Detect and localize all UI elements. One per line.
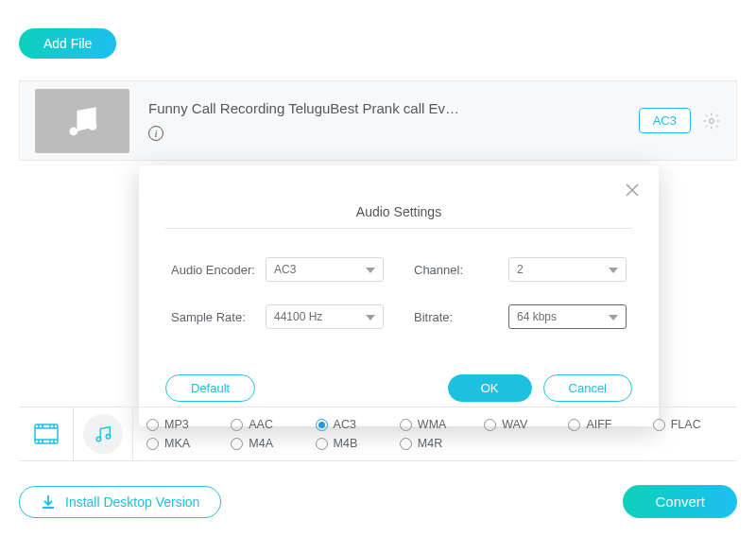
format-option-m4b[interactable]: M4B xyxy=(316,437,400,450)
format-option-m4a[interactable]: M4A xyxy=(231,437,315,450)
footer: Install Desktop Version Convert xyxy=(19,485,737,518)
close-icon[interactable] xyxy=(623,181,642,203)
svg-point-1 xyxy=(89,122,97,130)
format-option-mka[interactable]: MKA xyxy=(146,437,231,450)
format-label: MKA xyxy=(164,437,190,450)
radio-icon xyxy=(316,419,328,431)
format-option-flac[interactable]: FLAC xyxy=(653,418,737,431)
dialog-title: Audio Settings xyxy=(356,204,441,219)
format-bar: MP3AACAC3WMAWAVAIFFFLACMKAM4AM4BM4R xyxy=(19,407,737,461)
gear-icon[interactable] xyxy=(702,112,721,130)
format-label: AAC xyxy=(249,418,273,431)
radio-icon xyxy=(400,419,412,431)
format-option-m4r[interactable]: M4R xyxy=(400,437,484,450)
bitrate-select[interactable]: 64 kbps xyxy=(508,304,627,329)
sample-rate-select[interactable]: 44100 Hz xyxy=(266,304,384,329)
radio-icon xyxy=(400,438,412,450)
add-file-button[interactable]: Add File xyxy=(19,28,116,59)
format-option-ac3[interactable]: AC3 xyxy=(316,418,400,431)
audio-tab-icon[interactable] xyxy=(83,414,123,454)
format-option-aiff[interactable]: AIFF xyxy=(568,418,652,431)
channel-label: Channel: xyxy=(414,263,508,277)
radio-icon xyxy=(231,419,243,431)
cancel-button[interactable]: Cancel xyxy=(543,374,632,402)
bitrate-label: Bitrate: xyxy=(414,310,508,324)
default-button[interactable]: Default xyxy=(165,374,255,402)
radio-icon xyxy=(568,419,580,431)
format-label: M4R xyxy=(418,437,442,450)
svg-point-0 xyxy=(69,127,77,135)
info-icon[interactable]: i xyxy=(148,126,163,141)
ok-button[interactable]: OK xyxy=(448,374,532,402)
svg-point-2 xyxy=(710,118,714,123)
format-label: M4B xyxy=(334,437,358,450)
install-desktop-button[interactable]: Install Desktop Version xyxy=(19,486,221,518)
format-option-aac[interactable]: AAC xyxy=(231,418,315,431)
sample-rate-label: Sample Rate: xyxy=(171,310,266,324)
format-label: FLAC xyxy=(671,418,701,431)
channel-select[interactable]: 2 xyxy=(508,257,627,282)
format-option-mp3[interactable]: MP3 xyxy=(146,418,231,431)
format-option-wav[interactable]: WAV xyxy=(484,418,568,431)
format-label: WMA xyxy=(418,418,447,431)
radio-icon xyxy=(484,419,496,431)
encoder-label: Audio Encoder: xyxy=(171,263,266,277)
radio-icon xyxy=(316,438,328,450)
file-title: Funny Call Recording TeluguBest Prank ca… xyxy=(148,100,639,116)
svg-point-4 xyxy=(96,437,101,442)
format-label: M4A xyxy=(249,437,273,450)
audio-settings-dialog: Audio Settings Audio Encoder: AC3 Channe… xyxy=(139,165,659,426)
radio-icon xyxy=(231,438,243,450)
convert-button[interactable]: Convert xyxy=(623,485,737,518)
radio-icon xyxy=(146,438,159,450)
radio-icon xyxy=(146,419,159,431)
encoder-select[interactable]: AC3 xyxy=(266,257,384,282)
format-option-wma[interactable]: WMA xyxy=(400,418,484,431)
format-label: WAV xyxy=(502,418,527,431)
video-tab-icon[interactable] xyxy=(19,407,74,461)
output-format-badge[interactable]: AC3 xyxy=(639,108,691,133)
format-label: MP3 xyxy=(164,418,189,431)
radio-icon xyxy=(653,419,665,431)
file-thumbnail xyxy=(35,89,129,153)
format-label: AC3 xyxy=(334,418,356,431)
file-row: Funny Call Recording TeluguBest Prank ca… xyxy=(19,80,737,161)
format-label: AIFF xyxy=(586,418,611,431)
